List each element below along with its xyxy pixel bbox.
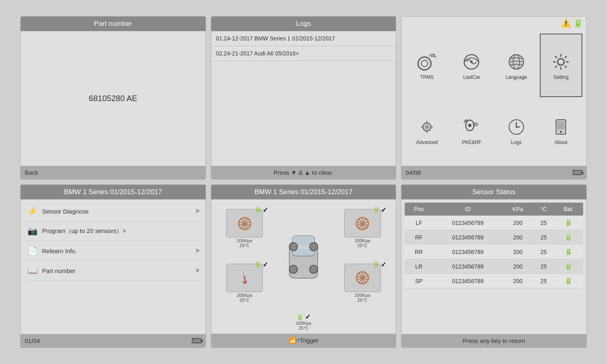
- sensor-bat-lf: 🔋: [554, 216, 583, 230]
- logs-header: Logs: [211, 17, 396, 31]
- sensor-table: Pos ID KPa °C Bat. LF 0123456789 200 25 …: [405, 203, 583, 288]
- menu-item-language[interactable]: Language: [495, 34, 537, 97]
- sensor-pos-rf: RF: [405, 230, 433, 245]
- sensor-diagnose-icon: ⚡: [27, 206, 38, 216]
- part-number-body: 68105280 AE: [21, 31, 206, 166]
- svg-point-1: [421, 60, 428, 67]
- tire-lf-info: 200Kpa25°C: [237, 238, 252, 248]
- back-button[interactable]: Back: [25, 169, 38, 176]
- part-number-value: 68105280 AE: [89, 94, 137, 103]
- main-container: Part number 68105280 AE Back Logs 01.24-…: [16, 12, 591, 352]
- svg-point-8: [425, 125, 429, 129]
- sensor-bat-rf: 🔋: [554, 230, 583, 245]
- part-number-footer: Back: [21, 166, 206, 179]
- svg-point-24: [289, 265, 297, 273]
- tire-lf-img: 🛞 🔋 ✓: [226, 209, 263, 237]
- tpms-alert-icon: ⚠️: [561, 18, 571, 28]
- tire-spare-container: 🔋 ✓: [297, 313, 310, 321]
- sensor-row-lf: LF 0123456789 200 25 🔋: [405, 216, 583, 230]
- sensor-footer-text: Press any key to return: [463, 337, 525, 344]
- sensor-diagnose-label: Sensor Diagnose: [42, 208, 89, 215]
- logs-list: 01.24-12-2017 BMW Series 1 01/2015-12/20…: [211, 31, 396, 166]
- menu-footer: 04/08: [401, 166, 586, 179]
- sensor-pos-sp: SP: [405, 274, 433, 288]
- sensor-status-panel: Sensor Status Pos ID KPa °C Bat. LF 0123…: [401, 184, 587, 348]
- bmw-menu-relearn[interactable]: 📄 Relearn Info. >: [25, 241, 202, 261]
- tire-rf-check: ✓: [381, 206, 386, 214]
- about-label: About: [555, 140, 567, 145]
- col-kpa: KPa: [503, 203, 533, 216]
- menu-page: 04/08: [405, 169, 421, 176]
- about-icon: [549, 116, 573, 138]
- col-bat: Bat.: [554, 203, 583, 216]
- bmw-page: 01/04: [25, 337, 40, 344]
- bmw-menu-header: BMW 1 Series 01/2015-12/2017: [21, 185, 206, 199]
- sensor-temp-rf: 25: [533, 230, 554, 245]
- car-tpms-footer: 📶=Trigger: [211, 334, 396, 347]
- part-number-menu-label: Part number: [42, 267, 76, 274]
- menu-item-tpms[interactable]: TPMS: [405, 34, 448, 97]
- col-pos: Pos: [405, 203, 433, 216]
- menu-grid: TPMS LastCar: [401, 30, 586, 166]
- tire-lf-battery: 🔋: [255, 206, 261, 213]
- part-number-header: Part number: [21, 17, 206, 31]
- sensor-id-sp: 0123456789: [433, 274, 503, 288]
- menu-battery: [573, 170, 582, 175]
- sensor-row-lr: LR 0123456789 200 25 🔋: [405, 259, 583, 274]
- car-center-image: [279, 220, 328, 292]
- car-tpms-body: 🛞 🔋 ✓ 200Kpa25°C: [211, 199, 396, 334]
- part-number-panel: Part number 68105280 AE Back: [20, 16, 206, 180]
- menu-item-about[interactable]: About: [540, 99, 582, 162]
- tire-rf-img: 🛞 🔋 ✓: [344, 209, 381, 237]
- part-number-arrow: >: [195, 267, 199, 274]
- menu-item-advanced[interactable]: Advanced: [405, 99, 448, 162]
- sensor-status-header: Sensor Status: [401, 185, 586, 199]
- bmw-menu-program[interactable]: 📷 Program（up to 20 sensors）>: [25, 221, 202, 241]
- sensor-kpa-rr: 200: [503, 245, 533, 259]
- logs-icon: [504, 116, 528, 138]
- sensor-pos-lf: LF: [405, 216, 433, 230]
- advanced-icon: [415, 116, 439, 138]
- tire-spare: 🔋 ✓ 200Kpa25°C: [296, 313, 311, 330]
- tire-spare-check: ✓: [305, 313, 310, 321]
- sensor-row-rr: RR 0123456789 200 25 🔋: [405, 245, 583, 259]
- log-item-2[interactable]: 02.24-21-2017 Audi A6 05/2016+: [211, 46, 396, 61]
- sensor-kpa-lf: 200: [503, 216, 533, 230]
- car-tpms-header: BMW 1 Series 01/2015-12/2017: [211, 185, 396, 199]
- tire-rr-check: ✓: [381, 261, 386, 269]
- tpms-battery-icon: 🔋: [573, 18, 583, 28]
- sensor-diagnose-arrow: >: [195, 207, 199, 215]
- sensor-kpa-sp: 200: [503, 274, 533, 288]
- col-temp: °C: [533, 203, 554, 216]
- bmw-menu-sensor-diagnose[interactable]: ⚡ Sensor Diagnose >: [25, 201, 202, 221]
- logs-footer: Press ▼ & ▲ to clear.: [211, 166, 396, 179]
- program-icon: 📷: [27, 226, 38, 236]
- tire-rf-info: 200Kpa25°C: [355, 238, 370, 248]
- menu-item-pkerf[interactable]: PKE&RF: [450, 99, 493, 162]
- svg-point-14: [516, 126, 517, 128]
- svg-point-25: [310, 265, 318, 273]
- tire-lr-info: 200Kpa25°C: [237, 293, 252, 303]
- menu-item-setting[interactable]: Setting: [540, 34, 582, 97]
- pkerf-icon: [459, 116, 484, 138]
- setting-label: Setting: [554, 74, 569, 80]
- menu-item-lastcar[interactable]: LastCar: [450, 34, 493, 97]
- bmw-menu-panel: BMW 1 Series 01/2015-12/2017 ⚡ Sensor Di…: [20, 184, 206, 348]
- svg-point-0: [418, 57, 431, 70]
- car-svg: [281, 222, 326, 290]
- sensor-temp-sp: 25: [533, 274, 554, 288]
- sensor-pos-rr: RR: [405, 245, 433, 259]
- tire-rr-info: 200Kpa25°C: [355, 293, 370, 303]
- menu-item-logs[interactable]: Logs: [495, 99, 537, 162]
- car-tpms-grid: 🛞 🔋 ✓ 200Kpa25°C: [214, 203, 393, 330]
- svg-point-17: [560, 131, 562, 133]
- svg-rect-21: [294, 249, 313, 256]
- tire-rr-battery: 🔋: [373, 261, 380, 267]
- tpms-icon: [415, 51, 439, 73]
- log-item-1[interactable]: 01.24-12-2017 BMW Series 1 01/2015-12/20…: [211, 31, 396, 46]
- svg-point-22: [289, 243, 297, 251]
- svg-point-23: [310, 243, 318, 251]
- sensor-id-rr: 0123456789: [433, 245, 503, 259]
- tire-lf: 🛞 🔋 ✓ 200Kpa25°C: [226, 209, 263, 248]
- bmw-menu-part-number[interactable]: 📖 Part number >: [25, 261, 202, 281]
